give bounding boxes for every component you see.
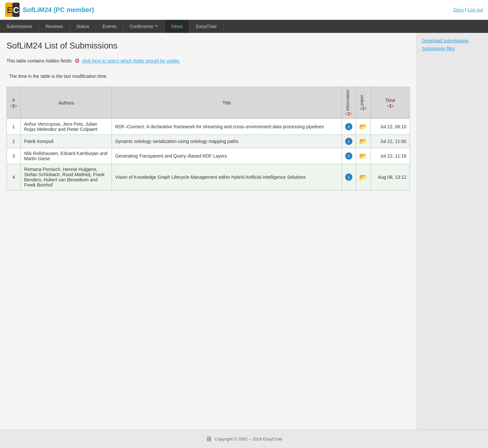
logo-area: E C SofLiM24 (PC member): [5, 3, 94, 17]
table-row: 3Nils Rollshausen, Eduard Kamburjan and …: [7, 148, 410, 164]
info-circle-icon[interactable]: i: [345, 152, 352, 160]
main-container: SofLiM24 List of Submissions This table …: [0, 33, 488, 430]
table-row: 2Patrik KompušDynamic ontology serializa…: [7, 135, 410, 148]
cell-title: Generating Transparent and Query–Based R…: [112, 148, 342, 164]
paper-upload-icon[interactable]: 📂: [359, 174, 367, 181]
footer: 🖥 Copyright © 2002 – 2024 EasyChair: [0, 430, 488, 448]
th-paper: paper ◁▷: [356, 87, 371, 119]
site-title: SofLiM24 (PC member): [23, 6, 94, 14]
paper-upload-icon[interactable]: 📂: [359, 152, 367, 160]
nav-item-submissions[interactable]: Submissions: [0, 20, 39, 33]
sidebar: Download submissions Submission files: [416, 33, 488, 430]
cell-num: 3: [7, 148, 21, 164]
header-links: Docs / Log out: [454, 7, 483, 12]
th-authors-label: Authors: [58, 100, 74, 105]
notice-text: This table contains hidden fields:: [7, 58, 73, 63]
paper-upload-icon[interactable]: 📂: [359, 123, 367, 130]
cell-info: i: [342, 164, 356, 190]
cell-num: 2: [7, 135, 21, 148]
cell-authors: Romana Pernisch, Hennie Huijgens, Stefan…: [21, 164, 112, 190]
svg-text:E: E: [7, 5, 12, 15]
cell-paper: 📂: [356, 119, 371, 135]
nav-item-conference[interactable]: Conference ↷: [123, 20, 165, 33]
nav-item-reviews[interactable]: Reviews: [39, 20, 70, 33]
cell-title: RDF–Connect: A declarative framework for…: [112, 119, 342, 135]
nav-item-status[interactable]: Status: [70, 20, 96, 33]
cell-paper: 📂: [356, 135, 371, 148]
cell-num: 4: [7, 164, 21, 190]
hidden-fields-notice: This table contains hidden fields: ⚙ cli…: [7, 57, 410, 64]
cell-info: i: [342, 135, 356, 148]
th-num: # ◁▷: [7, 87, 21, 119]
conference-arrow-icon: ↷: [155, 24, 158, 29]
conference-label: Conference: [130, 24, 153, 29]
logo-icon: E C: [5, 3, 20, 17]
submission-files-link[interactable]: Submission files: [422, 46, 483, 51]
th-title-label: Title: [223, 100, 231, 105]
col-info-arrows[interactable]: ◁▷: [345, 111, 352, 116]
cell-time: Aug 08, 13:12: [371, 164, 410, 190]
cell-time: Jul 22, 11:18: [371, 148, 410, 164]
cell-paper: 📂: [356, 148, 371, 164]
col-time-arrows[interactable]: ◁▷: [374, 103, 406, 108]
download-submissions-link[interactable]: Download submissions: [422, 38, 483, 43]
cell-authors: Nils Rollshausen, Eduard Kamburjan and M…: [21, 148, 112, 164]
logout-link[interactable]: Log out: [468, 7, 483, 12]
th-time: Time ◁▷: [371, 87, 410, 119]
info-text: The time in the table is the last modifi…: [7, 71, 410, 81]
docs-link[interactable]: Docs: [454, 7, 464, 12]
cell-info: i: [342, 148, 356, 164]
th-paper-label: paper: [359, 95, 364, 105]
header-separator: /: [465, 7, 467, 12]
cell-num: 1: [7, 119, 21, 135]
table-body: 1Arthur Vercruysse, Jens Pots, Julian Ro…: [7, 119, 410, 190]
footer-icon: 🖥: [206, 435, 212, 443]
navbar: Submissions Reviews Status Events Confer…: [0, 20, 488, 33]
settings-icon: ⚙: [75, 57, 80, 64]
cell-authors: Arthur Vercruysse, Jens Pots, Julian Roj…: [21, 119, 112, 135]
table-row: 1Arthur Vercruysse, Jens Pots, Julian Ro…: [7, 119, 410, 135]
th-info-label: Information: [345, 90, 350, 111]
th-title: Title: [112, 87, 342, 119]
table-row: 4Romana Pernisch, Hennie Huijgens, Stefa…: [7, 164, 410, 190]
cell-time: Jul 22, 11:00: [371, 135, 410, 148]
cell-info: i: [342, 119, 356, 135]
nav-item-events[interactable]: Events: [96, 20, 123, 33]
cell-paper: 📂: [356, 164, 371, 190]
th-time-label: Time: [374, 98, 406, 103]
th-num-label: #: [10, 98, 17, 103]
info-circle-icon[interactable]: i: [345, 123, 352, 130]
news-label: News: [171, 24, 183, 29]
footer-copyright: Copyright © 2002 – 2024 EasyChair: [215, 437, 282, 441]
cell-authors: Patrik Kompuš: [21, 135, 112, 148]
fields-link[interactable]: click here to select which fields should…: [82, 58, 180, 63]
header: E C SofLiM24 (PC member) Docs / Log out: [0, 0, 488, 20]
cell-title: Vision of Knowledge Graph Lifecycle Mana…: [112, 164, 342, 190]
nav-item-easychair[interactable]: EasyChair: [189, 20, 224, 33]
submissions-table: # ◁▷ Authors Title Information ◁▷ paper: [7, 87, 410, 190]
info-circle-icon[interactable]: i: [345, 174, 352, 181]
col-paper-arrows[interactable]: ◁▷: [359, 105, 367, 111]
cell-title: Dynamic ontology serialization using ont…: [112, 135, 342, 148]
content: SofLiM24 List of Submissions This table …: [0, 33, 416, 430]
nav-item-news[interactable]: News: [165, 20, 189, 33]
col-num-arrows[interactable]: ◁▷: [10, 103, 17, 108]
th-authors: Authors: [21, 87, 112, 119]
svg-text:C: C: [13, 5, 19, 15]
paper-upload-icon[interactable]: 📂: [359, 138, 367, 145]
th-info: Information ◁▷: [342, 87, 356, 119]
info-circle-icon[interactable]: i: [345, 138, 352, 145]
page-title: SofLiM24 List of Submissions: [7, 41, 410, 51]
cell-time: Jul 22, 06:10: [371, 119, 410, 135]
